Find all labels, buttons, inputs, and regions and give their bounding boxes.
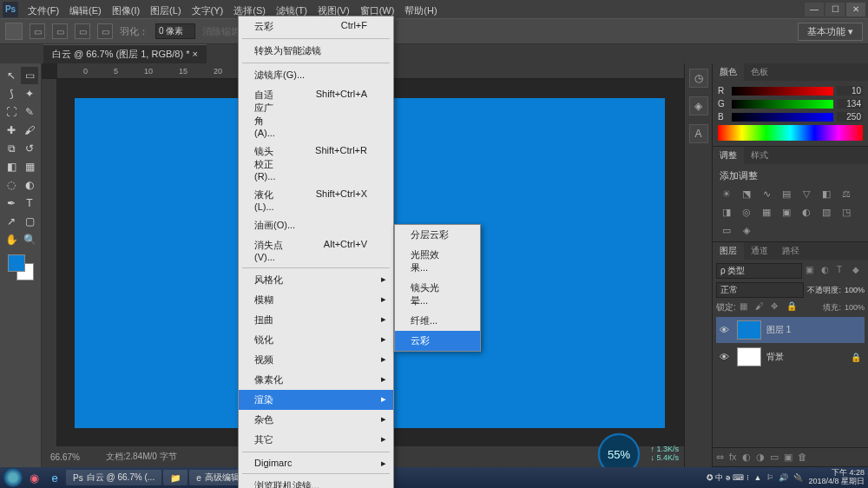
feather-input[interactable] — [155, 23, 195, 39]
menu-item[interactable]: 镜头校正(R)...Shift+Ctrl+R — [239, 142, 393, 185]
ime-indicator[interactable]: ✪ 中 ə ⌨ ⁝ — [707, 472, 749, 484]
levels-icon[interactable]: ⬔ — [740, 188, 753, 200]
filter-icon[interactable]: ◆ — [852, 265, 865, 277]
submenu-item[interactable]: 云彩 — [395, 331, 480, 351]
lookup-icon[interactable]: ▣ — [779, 206, 793, 218]
menu-item[interactable]: 渲染 — [239, 390, 393, 410]
lock-pos-icon[interactable]: ✥ — [771, 301, 783, 313]
history-icon[interactable]: ◷ — [689, 69, 708, 88]
tab-swatches[interactable]: 色板 — [744, 63, 775, 81]
eraser-tool[interactable]: ◧ — [3, 158, 20, 175]
menu-item[interactable]: 滤镜库(G)... — [239, 65, 393, 85]
menu-item[interactable]: 锐化 — [239, 330, 393, 350]
group-icon[interactable]: ▭ — [770, 452, 779, 463]
menu-item[interactable]: 图像(I) — [107, 3, 145, 19]
path-tool[interactable]: ↗ — [3, 213, 20, 230]
menu-item[interactable]: 扭曲 — [239, 310, 393, 330]
menu-item[interactable]: 油画(O)... — [239, 215, 393, 235]
new-layer-icon[interactable]: ▣ — [784, 452, 792, 463]
taskbar-task[interactable]: Ps白云 @ 66.7% (... — [66, 470, 161, 485]
mixer-icon[interactable]: ▦ — [760, 206, 773, 218]
layer-thumbnail[interactable] — [737, 347, 761, 366]
crop-tool[interactable]: ⛶ — [3, 103, 20, 121]
tab-adjustments[interactable]: 调整 — [713, 147, 744, 164]
posterize-icon[interactable]: ▧ — [819, 206, 833, 218]
marquee-tool[interactable]: ▭ — [21, 67, 38, 84]
history-brush-tool[interactable]: ↺ — [21, 140, 38, 157]
layer-filter[interactable]: ρ 类型 — [716, 263, 802, 279]
menu-item[interactable]: 文字(Y) — [187, 3, 229, 19]
threshold-icon[interactable]: ◳ — [839, 206, 853, 218]
foreground-color[interactable] — [8, 254, 25, 272]
menu-item[interactable]: 编辑(E) — [64, 3, 107, 19]
bw-icon[interactable]: ◨ — [720, 206, 733, 218]
photo-filter-icon[interactable]: ◎ — [740, 206, 753, 218]
b-value[interactable]: 250 — [837, 112, 863, 122]
hand-tool[interactable]: ✋ — [3, 231, 20, 248]
workspace-switcher[interactable]: 基本功能 ▾ — [798, 23, 863, 41]
layer-thumbnail[interactable] — [737, 320, 761, 340]
menu-item[interactable]: 其它 — [239, 430, 393, 450]
menu-item[interactable]: 液化(L)...Shift+Ctrl+X — [239, 185, 393, 215]
brush-tool[interactable]: 🖌 — [21, 122, 38, 139]
mask-icon[interactable]: ◐ — [742, 452, 751, 463]
lasso-tool[interactable]: ⟆ — [3, 85, 20, 102]
gradmap-icon[interactable]: ▭ — [720, 224, 733, 236]
selection-new-icon[interactable]: ▭ — [30, 23, 45, 39]
type-tool[interactable]: T — [21, 195, 38, 212]
selection-add-icon[interactable]: ▭ — [52, 23, 68, 39]
visibility-icon[interactable]: 👁 — [720, 325, 732, 335]
fill-layer-icon[interactable]: ◑ — [756, 452, 765, 463]
zoom-tool[interactable]: 🔍 — [21, 231, 38, 248]
menu-item[interactable]: 风格化 — [239, 270, 393, 290]
gradient-tool[interactable]: ▦ — [21, 158, 38, 175]
lock-pixels-icon[interactable]: 🖌 — [755, 301, 767, 313]
shape-tool[interactable]: ▢ — [21, 213, 38, 230]
hue-icon[interactable]: ◧ — [819, 188, 833, 200]
r-value[interactable]: 10 — [837, 86, 863, 96]
opacity-value[interactable]: 100% — [845, 286, 865, 294]
color-swatches[interactable] — [8, 254, 34, 280]
link-icon[interactable]: ⇔ — [716, 452, 724, 463]
fill-value[interactable]: 100% — [845, 303, 865, 312]
menu-item[interactable]: 模糊 — [239, 290, 393, 310]
minimize-button[interactable]: — — [805, 3, 824, 16]
ie-icon[interactable]: e — [45, 469, 64, 486]
filter-icon[interactable]: ▣ — [806, 265, 818, 277]
visibility-icon[interactable]: 👁 — [720, 352, 732, 362]
fx-icon[interactable]: fx — [729, 452, 737, 463]
selective-icon[interactable]: ◈ — [740, 224, 753, 236]
blur-tool[interactable]: ◌ — [3, 176, 20, 194]
document-tab[interactable]: 白云 @ 66.7% (图层 1, RGB/8) * × — [43, 44, 207, 63]
dodge-tool[interactable]: ◐ — [21, 176, 38, 194]
selection-intersect-icon[interactable]: ▭ — [97, 23, 113, 39]
menu-item[interactable]: 自适应广角(A)...Shift+Ctrl+A — [239, 85, 393, 142]
menu-item[interactable]: 消失点(V)...Alt+Ctrl+V — [239, 235, 393, 266]
menu-item[interactable]: 像素化 — [239, 370, 393, 390]
clock[interactable]: 下午 4:28 2018/4/8 星期日 — [808, 469, 865, 486]
close-button[interactable]: ✕ — [846, 3, 865, 16]
zoom-level[interactable]: 66.67% — [50, 452, 80, 462]
heal-tool[interactable]: ✚ — [3, 122, 20, 139]
delete-icon[interactable]: 🗑 — [798, 452, 807, 463]
maximize-button[interactable]: ☐ — [825, 3, 845, 16]
b-slider[interactable] — [732, 113, 833, 122]
spectrum-bar[interactable] — [718, 125, 863, 141]
stamp-tool[interactable]: ⧉ — [3, 140, 20, 157]
menu-item[interactable]: 云彩Ctrl+F — [239, 16, 393, 36]
taskbar-task[interactable]: 📁 — [163, 470, 187, 485]
tool-preset-icon[interactable] — [5, 23, 23, 40]
r-slider[interactable] — [732, 87, 833, 96]
menu-item[interactable]: 视频 — [239, 350, 393, 370]
layer-row[interactable]: 👁背景🔒 — [716, 344, 865, 370]
g-slider[interactable] — [732, 100, 833, 109]
submenu-item[interactable]: 镜头光晕... — [395, 278, 480, 311]
lock-trans-icon[interactable]: ▦ — [740, 301, 752, 313]
move-tool[interactable]: ↖ — [3, 67, 20, 84]
submenu-item[interactable]: 纤维... — [395, 311, 480, 331]
exposure-icon[interactable]: ▤ — [779, 188, 793, 200]
filter-icon[interactable]: T — [837, 265, 849, 277]
menu-item[interactable]: 浏览联机滤镜... — [239, 476, 393, 488]
lock-all-icon[interactable]: 🔒 — [786, 301, 799, 313]
submenu-item[interactable]: 光照效果... — [395, 245, 480, 278]
